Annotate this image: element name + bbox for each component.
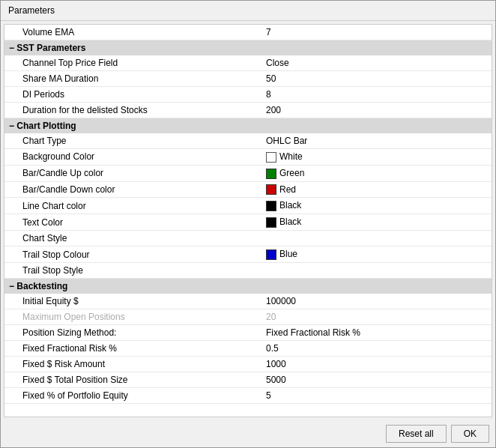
table-row[interactable]: DI Periods 8 (4, 87, 492, 103)
table-row[interactable]: Fixed % of Portfolio Equity 5 (4, 387, 492, 403)
table-row[interactable]: Share MA Duration 50 (4, 71, 492, 87)
param-value[interactable]: 5 (248, 387, 492, 403)
color-swatch (266, 249, 276, 260)
param-label: Trail Stop Style (4, 262, 248, 278)
param-value[interactable] (248, 231, 492, 246)
param-label: Bar/Candle Up color (4, 165, 248, 181)
color-swatch (266, 184, 276, 195)
param-value[interactable]: 5000 (248, 372, 492, 387)
param-label: Channel Top Price Field (4, 55, 248, 71)
param-label: Maximum Open Positions (4, 309, 248, 324)
color-swatch (266, 152, 276, 163)
parameters-table: Volume EMA7 − SST Parameters Channel Top… (4, 25, 492, 404)
table-row[interactable]: Fixed Fractional Risk % 0.5 (4, 340, 492, 356)
param-value[interactable]: 0.5 (248, 340, 492, 356)
param-label: Fixed % of Portfolio Equity (4, 387, 248, 403)
table-row: Volume EMA7 (4, 25, 492, 40)
table-row[interactable]: Bar/Candle Down color Red (4, 181, 492, 198)
table-row[interactable]: Trail Stop Style (4, 262, 492, 278)
section-header: − Backtesting (4, 278, 492, 294)
param-label: Trail Stop Colour (4, 246, 248, 263)
table-row[interactable]: Line Chart color Black (4, 198, 492, 214)
param-label: DI Periods (4, 87, 248, 103)
param-value[interactable]: Black (248, 198, 492, 214)
content-area: Volume EMA7 − SST Parameters Channel Top… (1, 21, 495, 420)
collapse-icon[interactable]: − (9, 43, 14, 53)
param-label: Chart Style (4, 231, 248, 246)
param-label: Duration for the delisted Stocks (4, 103, 248, 118)
param-value[interactable]: 8 (248, 87, 492, 103)
param-value[interactable]: 200 (248, 103, 492, 118)
param-label: Text Color (4, 214, 248, 231)
dialog-title: Parameters (1, 1, 495, 21)
param-value[interactable]: 20 (248, 309, 492, 324)
table-row[interactable]: Fixed $ Risk Amount 1000 (4, 356, 492, 372)
param-label: Background Color (4, 149, 248, 166)
table-row[interactable]: Background Color White (4, 149, 492, 166)
table-row[interactable]: Maximum Open Positions 20 (4, 309, 492, 324)
table-row[interactable]: Channel Top Price Field Close (4, 55, 492, 71)
param-label: Fixed $ Total Position Size (4, 372, 248, 387)
table-row[interactable]: Initial Equity $ 100000 (4, 294, 492, 309)
table-row[interactable]: Text Color Black (4, 214, 492, 231)
ok-button[interactable]: OK (451, 425, 489, 443)
param-label: Share MA Duration (4, 71, 248, 87)
param-label: Bar/Candle Down color (4, 181, 248, 198)
table-row[interactable]: Trail Stop Colour Blue (4, 246, 492, 263)
parameters-dialog: Parameters Volume EMA7 − SST Parameters … (0, 0, 496, 448)
reset-all-button[interactable]: Reset all (386, 425, 447, 443)
param-value[interactable]: OHLC Bar (248, 133, 492, 149)
param-value[interactable] (248, 262, 492, 278)
color-swatch (266, 169, 276, 179)
table-row[interactable]: Fixed $ Total Position Size 5000 (4, 372, 492, 387)
param-value[interactable]: Red (248, 181, 492, 198)
section-header: − SST Parameters (4, 40, 492, 56)
table-row[interactable]: Chart Style (4, 231, 492, 246)
param-value[interactable]: 100000 (248, 294, 492, 309)
collapse-icon[interactable]: − (9, 121, 14, 131)
param-label: Fixed $ Risk Amount (4, 356, 248, 372)
param-value[interactable]: Close (248, 55, 492, 71)
param-value[interactable]: Green (248, 165, 492, 181)
param-label: Initial Equity $ (4, 294, 248, 309)
color-swatch (266, 201, 276, 211)
param-label: Line Chart color (4, 198, 248, 214)
section-header: − Chart Plotting (4, 118, 492, 134)
table-row[interactable]: Chart Type OHLC Bar (4, 133, 492, 149)
param-value[interactable]: Blue (248, 246, 492, 263)
table-row[interactable]: Bar/Candle Up color Green (4, 165, 492, 181)
param-label: Fixed Fractional Risk % (4, 340, 248, 356)
scroll-area[interactable]: Volume EMA7 − SST Parameters Channel Top… (4, 24, 492, 417)
param-value[interactable]: Black (248, 214, 492, 231)
param-label: Chart Type (4, 133, 248, 149)
table-row[interactable]: Duration for the delisted Stocks 200 (4, 103, 492, 118)
param-value[interactable]: 50 (248, 71, 492, 87)
param-label: Position Sizing Method: (4, 324, 248, 340)
param-value[interactable]: Fixed Fractional Risk % (248, 324, 492, 340)
collapse-icon[interactable]: − (9, 281, 14, 291)
param-value[interactable]: 1000 (248, 356, 492, 372)
color-swatch (266, 217, 276, 228)
bottom-bar: Reset all OK (1, 420, 495, 447)
table-row[interactable]: Position Sizing Method: Fixed Fractional… (4, 324, 492, 340)
param-value[interactable]: White (248, 149, 492, 166)
